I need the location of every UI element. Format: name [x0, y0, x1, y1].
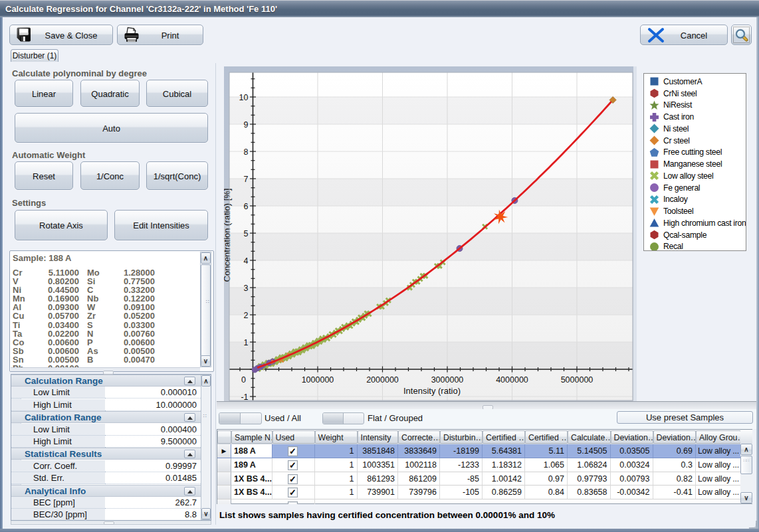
svg-text:Intensity (ratio): Intensity (ratio)	[403, 386, 461, 396]
svg-text:2000000: 2000000	[366, 375, 399, 385]
svg-text:10: 10	[239, 93, 249, 102]
svg-text:Concentration (ratio) [%]: Concentration (ratio) [%]	[224, 189, 232, 282]
svg-text:7: 7	[244, 175, 249, 184]
svg-text:3: 3	[244, 284, 249, 293]
svg-text:5000000: 5000000	[561, 375, 594, 385]
svg-text:9: 9	[244, 120, 249, 130]
svg-text:1: 1	[244, 338, 249, 347]
svg-text:4000000: 4000000	[496, 375, 528, 385]
svg-text:6: 6	[244, 202, 249, 211]
svg-text:3000000: 3000000	[431, 375, 464, 385]
svg-text:2: 2	[244, 311, 249, 320]
svg-text:-1: -1	[241, 393, 248, 402]
svg-text:0: 0	[241, 375, 246, 385]
svg-text:8: 8	[244, 147, 249, 157]
svg-text:1000000: 1000000	[302, 375, 334, 385]
svg-text:5: 5	[244, 229, 249, 238]
svg-text:4: 4	[244, 256, 249, 266]
